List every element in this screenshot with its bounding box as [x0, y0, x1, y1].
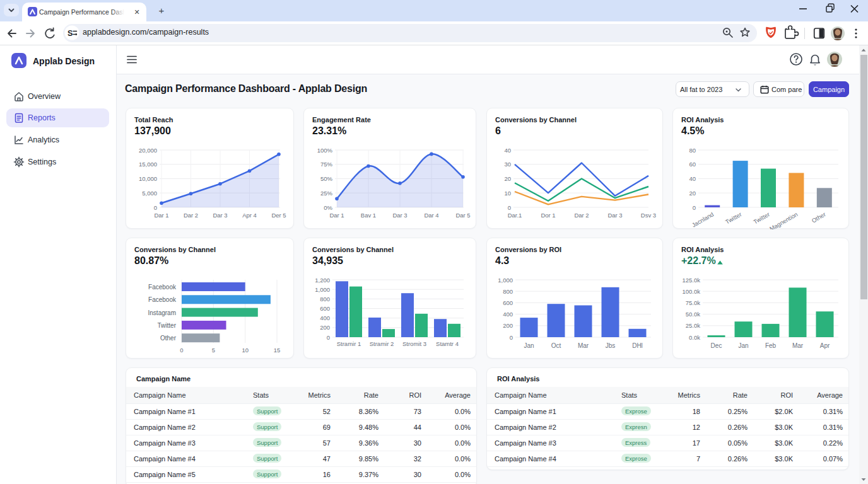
svg-text:15: 15	[274, 347, 281, 354]
svg-text:Dar 3: Dar 3	[392, 212, 407, 219]
svg-text:15,000: 15,000	[139, 161, 157, 168]
svg-text:Apr: Apr	[820, 342, 830, 349]
svg-text:1,000: 1,000	[498, 277, 513, 284]
svg-text:Other: Other	[811, 210, 827, 224]
svg-text:200: 200	[503, 322, 513, 329]
svg-text:Jacnland: Jacnland	[691, 210, 715, 229]
svg-text:200: 200	[320, 324, 330, 331]
svg-text:60: 60	[689, 161, 696, 168]
svg-text:S: S	[67, 29, 73, 38]
svg-text:Dec: Dec	[711, 342, 722, 349]
svg-text:0: 0	[180, 347, 183, 354]
svg-text:Facebook: Facebook	[148, 296, 177, 303]
svg-text:Jan: Jan	[738, 342, 748, 349]
svg-text:Dar 3: Dar 3	[607, 212, 622, 219]
svg-text:Der 5: Der 5	[271, 212, 286, 219]
svg-text:Stamtr 4: Stamtr 4	[436, 340, 459, 347]
svg-text:0: 0	[510, 334, 513, 341]
svg-text:0.0k: 0.0k	[689, 334, 700, 341]
svg-text:Twitter: Twitter	[724, 210, 743, 226]
svg-text:125.0k: 125.0k	[682, 277, 700, 284]
svg-text:5: 5	[212, 347, 215, 354]
svg-text:Facebook: Facebook	[148, 284, 177, 291]
svg-text:0: 0	[693, 204, 696, 211]
svg-text:Stramir 1: Stramir 1	[337, 340, 361, 347]
svg-text:5,000: 5,000	[142, 190, 157, 197]
svg-text:Dar 2: Dar 2	[574, 212, 589, 219]
svg-text:0: 0	[154, 204, 157, 211]
svg-text:100%: 100%	[317, 147, 333, 154]
svg-text:100.0k: 100.0k	[682, 288, 700, 295]
svg-text:Jbs: Jbs	[606, 342, 616, 349]
svg-text:Stromit 3: Stromit 3	[402, 340, 426, 347]
svg-text:Feb: Feb	[765, 342, 777, 349]
svg-text:20: 20	[504, 175, 511, 182]
svg-text:25.0k: 25.0k	[686, 322, 700, 329]
svg-text:Other: Other	[160, 335, 177, 342]
svg-text:Instagram: Instagram	[148, 309, 176, 316]
svg-text:Dar.1: Dar.1	[508, 212, 522, 219]
svg-text:Dar 1: Dar 1	[154, 212, 168, 219]
svg-text:40: 40	[504, 147, 511, 154]
svg-text:600: 600	[320, 305, 330, 312]
svg-text:Dar 2: Dar 2	[184, 212, 198, 219]
svg-text:10,000: 10,000	[139, 175, 157, 182]
svg-text:20,000: 20,000	[139, 147, 157, 154]
svg-text:DHl: DHl	[632, 342, 643, 349]
svg-text:10: 10	[242, 347, 249, 354]
svg-text:40: 40	[689, 175, 696, 182]
svg-text:Dar 3: Dar 3	[213, 212, 227, 219]
svg-text:Twitter: Twitter	[158, 322, 177, 329]
svg-text:400: 400	[320, 314, 330, 321]
svg-text:Oct: Oct	[551, 342, 561, 349]
svg-text:Dor 1: Dor 1	[541, 212, 555, 219]
svg-text:800: 800	[503, 288, 513, 295]
svg-text:800: 800	[320, 296, 330, 302]
svg-text:Dar 5: Dar 5	[455, 212, 470, 219]
svg-text:Apr 4: Apr 4	[242, 212, 257, 219]
svg-text:Bav 1: Bav 1	[361, 212, 376, 219]
svg-text:Mar: Mar	[578, 342, 589, 349]
svg-text:0: 0	[508, 204, 511, 211]
svg-text:80: 80	[689, 147, 696, 154]
svg-text:400: 400	[503, 311, 513, 318]
svg-text:Dsv 3: Dsv 3	[641, 212, 656, 219]
svg-text:25%: 25%	[320, 190, 333, 197]
svg-text:Mar: Mar	[792, 342, 804, 349]
svg-text:1,000: 1,000	[315, 286, 330, 293]
svg-text:0: 0	[327, 334, 330, 341]
svg-text:10: 10	[504, 190, 511, 197]
svg-text:Magnention: Magnention	[768, 210, 799, 229]
svg-text:Twitter: Twitter	[752, 210, 771, 226]
svg-text:75%: 75%	[320, 161, 333, 168]
svg-text:Stramir 2: Stramir 2	[370, 340, 394, 347]
svg-text:Dar 1: Dar 1	[329, 212, 344, 219]
svg-text:75.0k: 75.0k	[686, 299, 700, 306]
svg-text:Dar 4: Dar 4	[424, 212, 438, 219]
svg-text:600: 600	[503, 299, 513, 306]
svg-text:Jan: Jan	[524, 342, 534, 349]
svg-text:30: 30	[504, 161, 511, 168]
svg-text:1,200: 1,200	[315, 277, 330, 284]
svg-text:0%: 0%	[324, 204, 332, 211]
svg-text:50%: 50%	[320, 175, 333, 182]
svg-text:50.0k: 50.0k	[686, 311, 700, 318]
svg-text:20: 20	[689, 190, 696, 197]
